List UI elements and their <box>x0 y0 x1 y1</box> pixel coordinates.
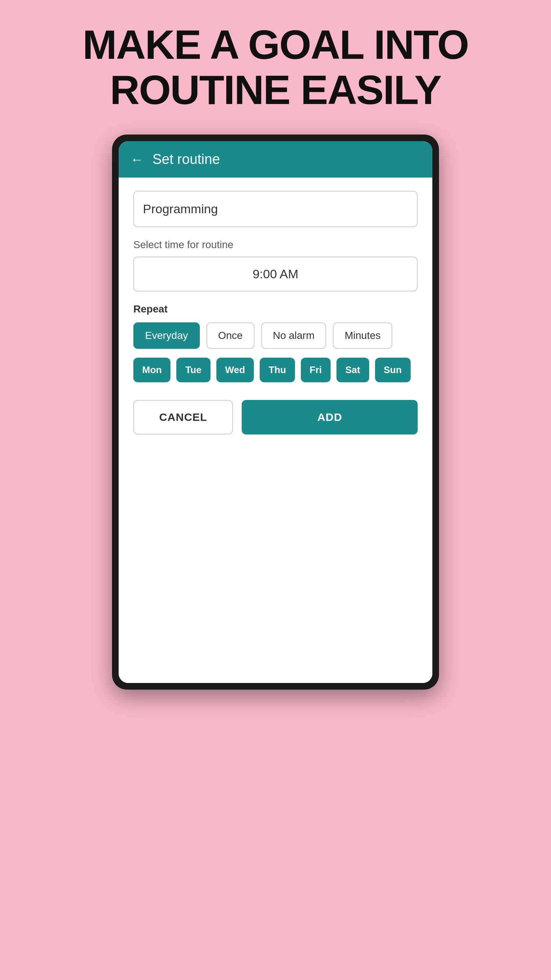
add-button[interactable]: ADD <box>242 400 418 434</box>
day-chip-sun[interactable]: Sun <box>375 358 411 382</box>
device-frame: ← Set routine Select time for routine 9:… <box>112 135 439 690</box>
header-title: Set routine <box>152 151 220 167</box>
repeat-options-row: Everyday Once No alarm Minutes <box>133 322 418 349</box>
day-chip-wed[interactable]: Wed <box>216 358 254 382</box>
app-header: ← Set routine <box>119 141 432 178</box>
day-chip-mon[interactable]: Mon <box>133 358 170 382</box>
headline: MAKE A GOAL INTO ROUTINE EASILY <box>68 22 483 113</box>
action-buttons: CANCEL ADD <box>133 400 418 434</box>
headline-line2: ROUTINE EASILY <box>110 67 441 113</box>
repeat-chip-minutes[interactable]: Minutes <box>333 322 392 349</box>
cancel-button[interactable]: CANCEL <box>133 400 233 434</box>
day-chip-sat[interactable]: Sat <box>337 358 369 382</box>
repeat-label: Repeat <box>133 303 418 315</box>
device-screen: ← Set routine Select time for routine 9:… <box>119 141 432 683</box>
time-selector[interactable]: 9:00 AM <box>133 256 418 291</box>
app-content: Select time for routine 9:00 AM Repeat E… <box>119 178 432 683</box>
headline-line1: MAKE A GOAL INTO <box>83 22 469 68</box>
repeat-chip-once[interactable]: Once <box>206 322 254 349</box>
day-chip-thu[interactable]: Thu <box>260 358 295 382</box>
days-row: Mon Tue Wed Thu Fri Sat Sun <box>133 358 418 382</box>
spacer <box>133 449 418 670</box>
repeat-chip-everyday[interactable]: Everyday <box>133 322 200 349</box>
repeat-chip-no-alarm[interactable]: No alarm <box>261 322 327 349</box>
day-chip-fri[interactable]: Fri <box>301 358 330 382</box>
routine-name-input[interactable] <box>133 191 418 227</box>
time-section-label: Select time for routine <box>133 239 418 251</box>
back-arrow-icon[interactable]: ← <box>130 153 144 166</box>
day-chip-tue[interactable]: Tue <box>176 358 210 382</box>
